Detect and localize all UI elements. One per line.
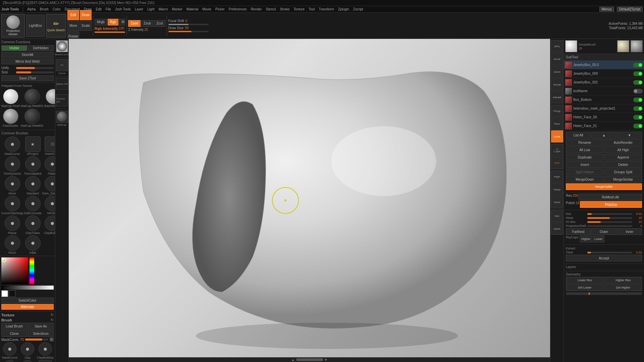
- material-metal[interactable]: [24, 109, 40, 124]
- menu-transform[interactable]: Transform: [319, 7, 334, 11]
- refresh-brush-icon[interactable]: ↻: [51, 318, 54, 322]
- simple-brush-thumb[interactable]: [565, 40, 577, 52]
- split-hidden-button[interactable]: Split Hidden: [566, 169, 604, 175]
- merge-visible-button[interactable]: MergeVisible: [566, 183, 642, 190]
- subtool-item-2[interactable]: JewelryBox_002: [564, 78, 644, 87]
- ghost-icon-btn[interactable]: Ghost: [551, 196, 563, 208]
- merge-similar-button[interactable]: MergeSimilar: [604, 176, 642, 183]
- menu-alpha[interactable]: Alpha: [27, 7, 36, 11]
- subtool-item-4[interactable]: Box_Bottom: [564, 96, 644, 104]
- subtool-toggle-0[interactable]: [633, 63, 643, 67]
- swatch-white[interactable]: [1, 290, 8, 297]
- material-dark[interactable]: [24, 89, 40, 104]
- menu-josh-tools[interactable]: Josh Tools: [115, 7, 131, 11]
- lightbox-button[interactable]: LightBox: [26, 15, 45, 37]
- alpha-off-thumb[interactable]: Alpha Off: [56, 78, 68, 90]
- brush-flatten[interactable]: ⬤ Flatten: [42, 156, 55, 175]
- zadd-button[interactable]: Zadd: [128, 20, 141, 27]
- append-button[interactable]: Append: [604, 154, 642, 161]
- delhidden-button[interactable]: DelHidden: [28, 45, 54, 51]
- swatch-black[interactable]: [9, 290, 15, 297]
- projection-master-button[interactable]: Projection Master: [1, 14, 25, 38]
- actual-icon-btn[interactable]: Actual: [551, 78, 563, 90]
- delete-button[interactable]: Delete: [604, 161, 642, 168]
- list-all-button[interactable]: List All: [566, 132, 591, 138]
- bottom-brush-standard2[interactable]: ⬤ Standard: [19, 360, 36, 362]
- menu-stroke[interactable]: Stroke: [280, 7, 289, 11]
- subtool-toggle-7[interactable]: [633, 124, 643, 128]
- nav-up-button[interactable]: ▲: [591, 132, 616, 138]
- floor-icon-btn[interactable]: Floor: [551, 118, 563, 130]
- menu-layer[interactable]: Layer: [135, 7, 143, 11]
- xyz-icon-btn[interactable]: XYZ: [551, 157, 563, 169]
- menu-light[interactable]: Light: [147, 7, 155, 11]
- merge-down-button[interactable]: MergeDown: [566, 176, 604, 183]
- higher-button[interactable]: Higher: [580, 236, 592, 242]
- menu-picker[interactable]: Picker: [215, 7, 225, 11]
- nav-down-button[interactable]: ▼: [617, 132, 642, 138]
- menu-brush[interactable]: Brush: [40, 7, 49, 11]
- lower-res-button[interactable]: Lower Res: [566, 277, 604, 284]
- material-pearl[interactable]: [3, 89, 18, 104]
- m-button[interactable]: M: [119, 19, 125, 25]
- brush-insertcube[interactable]: ⬛ InsertCube: [42, 136, 55, 156]
- local-icon-btn[interactable]: Local: [551, 130, 563, 142]
- menu-zscript[interactable]: Zscript: [353, 7, 363, 11]
- select-icon-button[interactable]: SelectIcon: [28, 330, 54, 337]
- menu-zplugin[interactable]: Zplugin: [338, 7, 349, 11]
- mrgb-button[interactable]: Mrgb: [95, 19, 107, 25]
- save-as-button[interactable]: Save As: [28, 323, 54, 329]
- lower-button[interactable]: Lower: [593, 236, 604, 242]
- pablur-slider[interactable]: [587, 221, 632, 223]
- subtool-item-1[interactable]: JewelryBox_009: [564, 69, 644, 78]
- aahalf-icon-btn[interactable]: AAHalf: [551, 91, 563, 103]
- switchcolor-button[interactable]: SwitchColor: [1, 298, 54, 303]
- mean-slider[interactable]: [587, 217, 632, 219]
- subtool-item-6[interactable]: Helen_Face_00: [564, 113, 644, 122]
- scroll-icon-btn[interactable]: Scroll: [551, 53, 563, 65]
- brush-curvesnap[interactable]: ⬤ CurveTubeSnap: [1, 196, 23, 215]
- accept-button[interactable]: Accept: [566, 255, 642, 261]
- subtool-item-5[interactable]: helensbox_mark_projected1: [564, 104, 644, 113]
- subtool-toggle-6[interactable]: [633, 115, 643, 120]
- menu-file[interactable]: File: [106, 7, 111, 11]
- bottom-brush-clay[interactable]: ⬤ Clay: [19, 342, 36, 359]
- load-brush-button[interactable]: Load Brush: [1, 323, 27, 329]
- brush-planar[interactable]: ⬤ Planar: [1, 216, 23, 235]
- dist-slider[interactable]: [587, 213, 632, 215]
- gradient-bar[interactable]: Gradient: [1, 286, 54, 290]
- subtool-toggle-3[interactable]: [633, 89, 643, 94]
- color-square[interactable]: [1, 257, 28, 284]
- bottom-brush-claybuildup[interactable]: ⬤ ClayBuildUp: [37, 342, 54, 359]
- scroll-left-arrow[interactable]: ▲: [291, 358, 295, 362]
- menu-color[interactable]: Color: [53, 7, 61, 11]
- matcap-thumb[interactable]: [56, 111, 68, 123]
- jewelry-brush-thumb[interactable]: [631, 40, 643, 52]
- higher-res-button[interactable]: Higher Res: [604, 277, 642, 284]
- subtool-item-7[interactable]: Helen_Face_01: [564, 122, 644, 130]
- brush-trimdynamic[interactable]: ⬤ TrimDynamic: [1, 156, 23, 175]
- scroll-right-arrow[interactable]: ▼: [324, 358, 328, 362]
- inner-button[interactable]: Inner: [617, 228, 642, 235]
- brush-npolish[interactable]: ⬤ NPolish: [42, 196, 55, 215]
- menu-render[interactable]: Render: [251, 7, 262, 11]
- bottom-brush-maskcurve[interactable]: ⬤ MaskCurve: [1, 342, 18, 359]
- edit-button[interactable]: Edit: [67, 10, 79, 20]
- del-higher-button[interactable]: Del Higher: [604, 284, 642, 291]
- menu-preferences[interactable]: Preferences: [229, 7, 247, 11]
- texture-off-thumb[interactable]: Texture Off: [56, 94, 68, 106]
- all-high-button[interactable]: All High: [604, 146, 642, 153]
- bottom-brush-maskpan[interactable]: ⬤ MaskPan: [1, 360, 18, 362]
- menu-texture[interactable]: Texture: [293, 7, 305, 11]
- polygrp-button[interactable]: PolyGrp: [580, 201, 642, 208]
- maskcurve-r-btn[interactable]: R: [50, 338, 54, 342]
- menu-edit[interactable]: Edit: [96, 7, 102, 11]
- default-zscript-button[interactable]: DefaultZScript: [617, 7, 643, 12]
- alpha-curve-thumb[interactable]: ~: [56, 59, 68, 71]
- insert-button[interactable]: Insert: [566, 161, 604, 168]
- subtool-item-3[interactable]: toolName: [564, 87, 644, 96]
- menu-tool[interactable]: Tool: [309, 7, 315, 11]
- save-ztool-button[interactable]: Save ZTool: [1, 75, 54, 81]
- lsym-icon-btn[interactable]: ⇔ L.Sym: [551, 144, 563, 156]
- canvas-3d[interactable]: [69, 39, 550, 362]
